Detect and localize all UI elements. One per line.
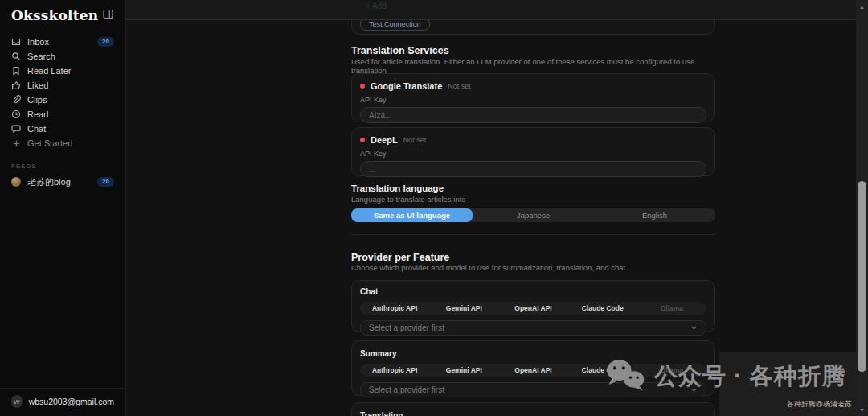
scroll-up-icon[interactable]: ▲ bbox=[856, 2, 868, 11]
provider-tab-gemini[interactable]: Gemini API bbox=[429, 302, 498, 315]
sidebar-item-get-started[interactable]: Get Started bbox=[0, 136, 125, 150]
segment-japanese[interactable]: Japanese bbox=[473, 208, 594, 222]
sidebar-item-read-later[interactable]: Read Later bbox=[0, 64, 125, 78]
feature-card-summary: Summary Anthropic API Gemini API OpenAI … bbox=[351, 340, 715, 396]
status-dot bbox=[360, 84, 365, 89]
section-divider bbox=[351, 234, 715, 235]
unread-badge: 20 bbox=[97, 37, 114, 47]
feed-unread-badge: 20 bbox=[97, 177, 114, 187]
clock-icon bbox=[11, 109, 21, 119]
model-select-placeholder: Select a provider first bbox=[369, 385, 444, 394]
status-dot bbox=[360, 138, 365, 142]
translation-services-title: Translation Services bbox=[351, 45, 715, 56]
main-header: + Add bbox=[126, 0, 868, 20]
scrollbar[interactable]: ▲ ▼ bbox=[856, 0, 868, 416]
provider-tab-anthropic[interactable]: Anthropic API bbox=[360, 364, 429, 377]
sidebar-item-label: Get Started bbox=[27, 138, 72, 148]
add-button-faint[interactable]: + Add bbox=[366, 2, 387, 10]
segment-same-as-ui-language[interactable]: Same as UI language bbox=[351, 208, 473, 222]
provider-per-feature-title: Provider per Feature bbox=[351, 252, 715, 263]
account-avatar: W bbox=[11, 395, 23, 408]
provider-tab-openai[interactable]: OpenAI API bbox=[498, 364, 567, 377]
feature-card-translation: Translation bbox=[351, 402, 715, 416]
feeds-section-label: FEEDS bbox=[0, 163, 125, 170]
sidebar-nav: Inbox 20 Search Read Later Liked Clips bbox=[0, 35, 125, 150]
sidebar-item-label: Inbox bbox=[27, 37, 49, 47]
account-row[interactable]: W wbsu2003@gmail.com bbox=[0, 388, 125, 416]
provider-tab-strip: Anthropic API Gemini API OpenAI API Clau… bbox=[360, 364, 706, 377]
sidebar-item-label: Chat bbox=[27, 124, 46, 134]
translation-language-segment: Same as UI language Japanese English bbox=[351, 208, 715, 222]
watermark-credit: 各种折腾@杨浦老苏 bbox=[787, 399, 852, 410]
feature-title: Chat bbox=[360, 287, 706, 296]
feed-label: 老苏的blog bbox=[27, 176, 71, 188]
chevron-down-icon bbox=[690, 386, 698, 393]
search-icon bbox=[11, 51, 21, 61]
panel-toggle-icon bbox=[103, 9, 113, 22]
provider-tab-ollama[interactable]: Ollama bbox=[637, 364, 706, 377]
service-name: Google Translate bbox=[371, 81, 442, 91]
sidebar-item-label: Liked bbox=[27, 80, 48, 90]
chat-icon bbox=[11, 124, 21, 134]
bookmark-icon bbox=[11, 66, 21, 76]
google-translate-card: Google Translate Not set API Key bbox=[351, 73, 715, 122]
sidebar-item-label: Read Later bbox=[27, 66, 71, 76]
sidebar-item-label: Clips bbox=[27, 95, 47, 105]
service-status: Not set bbox=[448, 82, 471, 90]
google-api-key-input[interactable] bbox=[360, 107, 706, 123]
sidebar-item-liked[interactable]: Liked bbox=[0, 78, 125, 93]
sidebar-item-search[interactable]: Search bbox=[0, 49, 125, 64]
sidebar-item-read[interactable]: Read bbox=[0, 107, 125, 122]
scrollbar-thumb[interactable] bbox=[858, 181, 866, 372]
thumbs-up-icon bbox=[11, 80, 21, 90]
summary-model-select[interactable]: Select a provider first bbox=[360, 382, 706, 397]
panel-toggle-button[interactable] bbox=[101, 7, 115, 23]
translation-services-subtitle: Used for article translation. Either an … bbox=[351, 57, 715, 75]
translation-language-title: Translation language bbox=[351, 183, 715, 193]
feature-card-chat: Chat Anthropic API Gemini API OpenAI API… bbox=[351, 280, 715, 332]
deepl-api-key-input[interactable] bbox=[360, 161, 706, 177]
sidebar-item-label: Search bbox=[27, 51, 55, 61]
app-title: Oksskolten bbox=[11, 7, 98, 23]
api-key-label: API Key bbox=[360, 150, 706, 158]
translation-language-subtitle: Language to translate articles into bbox=[351, 195, 715, 204]
sidebar: Oksskolten Inbox 20 Search Read Later bbox=[0, 0, 126, 416]
inbox-icon bbox=[11, 37, 21, 47]
feature-title: Summary bbox=[360, 349, 706, 358]
provider-tab-claude-code[interactable]: Claude Code bbox=[568, 302, 637, 315]
paperclip-icon bbox=[11, 95, 21, 105]
provider-tab-claude-code[interactable]: Claude Code bbox=[568, 364, 637, 377]
provider-per-feature-subtitle: Choose which provider and model to use f… bbox=[351, 263, 715, 272]
api-key-label: API Key bbox=[360, 96, 706, 104]
provider-tab-strip: Anthropic API Gemini API OpenAI API Clau… bbox=[360, 302, 706, 315]
provider-tab-gemini[interactable]: Gemini API bbox=[429, 364, 498, 377]
sidebar-item-label: Read bbox=[27, 109, 48, 119]
model-select-placeholder: Select a provider first bbox=[369, 323, 444, 332]
chat-model-select[interactable]: Select a provider first bbox=[360, 320, 706, 336]
service-name: DeepL bbox=[371, 135, 398, 145]
segment-english[interactable]: English bbox=[594, 208, 715, 222]
scroll-down-icon[interactable]: ▼ bbox=[856, 405, 868, 414]
sidebar-item-chat[interactable]: Chat bbox=[0, 122, 125, 136]
app-window: Oksskolten Inbox 20 Search Read Later bbox=[0, 0, 868, 416]
sidebar-item-clips[interactable]: Clips bbox=[0, 93, 125, 107]
provider-tab-anthropic[interactable]: Anthropic API bbox=[360, 302, 429, 315]
plus-icon bbox=[11, 138, 21, 148]
provider-tab-ollama[interactable]: Ollama bbox=[637, 302, 706, 315]
provider-tab-openai[interactable]: OpenAI API bbox=[498, 302, 567, 315]
deepl-card: DeepL Not set API Key bbox=[351, 127, 715, 176]
service-status: Not set bbox=[403, 136, 427, 144]
feature-title: Translation bbox=[360, 411, 706, 416]
chevron-down-icon bbox=[690, 324, 698, 332]
sidebar-item-inbox[interactable]: Inbox 20 bbox=[0, 35, 125, 49]
account-email: wbsu2003@gmail.com bbox=[29, 397, 114, 406]
feed-avatar bbox=[11, 177, 21, 187]
feed-item[interactable]: 老苏的blog 20 bbox=[0, 175, 125, 189]
